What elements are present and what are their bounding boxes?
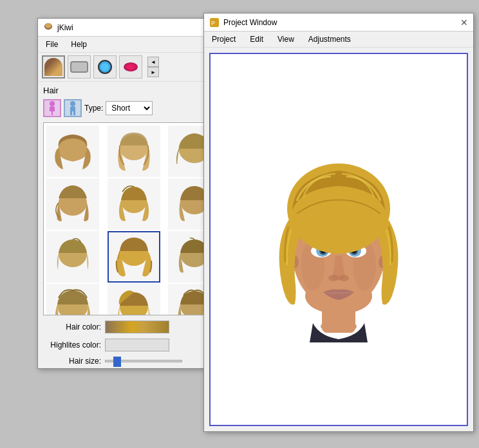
type-dropdown[interactable]: Short Long Medium Curly Straight	[106, 101, 153, 115]
hair-size-slider-thumb[interactable]	[113, 357, 121, 367]
jkiwi-title: jKiwi	[57, 23, 73, 32]
svg-point-36	[339, 275, 349, 281]
hair-item-5[interactable]	[108, 178, 160, 230]
svg-point-3	[70, 101, 75, 106]
type-label: Type:	[84, 104, 103, 113]
nav-prev-button[interactable]: ◄	[147, 57, 159, 67]
hair-color-label: Hair color:	[43, 322, 101, 331]
hair-size-slider-track[interactable]	[105, 360, 182, 362]
hair-item-10[interactable]	[46, 284, 99, 315]
hair-grid	[44, 123, 230, 315]
svg-point-35	[328, 275, 339, 281]
project-menu-project[interactable]: Project	[209, 33, 238, 45]
highlites-color-swatch[interactable]	[105, 339, 169, 351]
hair-color-swatch[interactable]	[105, 321, 169, 333]
toolbar-nav: ◄ ►	[147, 57, 159, 77]
glasses-tool-icon	[70, 61, 88, 73]
project-menu-adjustments[interactable]: Adjustments	[306, 33, 353, 45]
nav-next-button[interactable]: ►	[147, 67, 159, 77]
hair-tool-button[interactable]	[42, 55, 65, 79]
highlites-color-label: Highlites color:	[43, 341, 101, 350]
project-window-title: Project Window	[223, 18, 277, 27]
male-gender-button[interactable]	[64, 99, 82, 117]
project-titlebar-left: P Project Window	[209, 17, 277, 28]
male-figure-icon	[67, 101, 79, 115]
female-figure-icon	[46, 101, 58, 115]
menu-help[interactable]: Help	[68, 39, 89, 50]
project-menu-view[interactable]: View	[275, 33, 297, 45]
hair-item-8[interactable]	[108, 231, 160, 283]
lips-tool-button[interactable]	[119, 55, 142, 79]
project-titlebar: P Project Window ✕	[204, 14, 473, 32]
svg-point-1	[45, 23, 52, 28]
eye-tool-icon	[98, 60, 112, 74]
character-preview	[261, 136, 416, 342]
hair-item-4[interactable]	[46, 178, 99, 230]
project-menubar: Project Edit View Adjustments	[204, 32, 473, 48]
hair-item-7[interactable]	[46, 231, 99, 283]
project-menu-edit[interactable]: Edit	[247, 33, 266, 45]
hair-tool-icon	[44, 58, 62, 76]
menu-file[interactable]: File	[43, 39, 61, 50]
svg-text:P: P	[211, 20, 215, 26]
project-window: P Project Window ✕ Project Edit View Adj…	[203, 13, 474, 432]
lips-tool-icon	[124, 62, 138, 71]
app-icon	[43, 23, 53, 33]
project-app-icon: P	[209, 17, 220, 28]
svg-point-2	[50, 101, 55, 106]
titlebar-left: jKiwi	[43, 23, 73, 33]
hair-item-2[interactable]	[108, 126, 160, 177]
hair-item-11[interactable]	[108, 284, 160, 315]
hair-item-1[interactable]	[46, 126, 99, 177]
glasses-tool-button[interactable]	[68, 55, 91, 79]
project-close-button[interactable]: ✕	[460, 17, 468, 28]
eye-tool-button[interactable]	[93, 55, 117, 79]
preview-area	[209, 53, 468, 426]
female-gender-button[interactable]	[43, 99, 61, 117]
hair-size-label: Hair size:	[43, 357, 101, 366]
